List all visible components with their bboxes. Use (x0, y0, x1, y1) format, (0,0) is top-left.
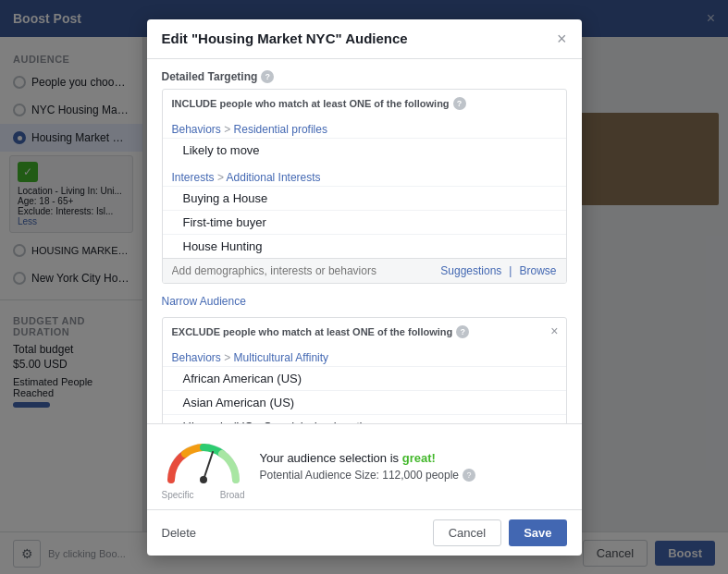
modal-title: Edit "Housing Market NYC" Audience (162, 31, 408, 46)
specific-label: Specific (162, 490, 194, 500)
modal-actions-right: Cancel Save (433, 519, 567, 546)
detailed-targeting-help-icon[interactable]: ? (261, 70, 274, 83)
behaviors-residential-link[interactable]: Behaviors > Residential profiles (163, 117, 566, 138)
hispanic-row: Hispanic (US - Spanish dominant) (163, 414, 566, 423)
first-time-buyer-row: First-time buyer (163, 210, 566, 234)
include-box-header: INCLUDE people who match at least ONE of… (163, 90, 566, 117)
suggestions-browse-links: Suggestions | Browse (440, 264, 556, 277)
behaviors-multicultural-link[interactable]: Behaviors > Multicultural Affinity (163, 346, 566, 366)
include-box: INCLUDE people who match at least ONE of… (162, 89, 567, 284)
modal-header: Edit "Housing Market NYC" Audience × (147, 19, 582, 59)
modal-footer-gauge: Specific Broad Your audience selection i… (147, 423, 582, 509)
asian-american-row: Asian American (US) (163, 390, 566, 414)
modal-body: Detailed Targeting ? INCLUDE people who … (147, 59, 582, 423)
cancel-button[interactable]: Cancel (433, 519, 501, 546)
svg-line-10 (204, 452, 213, 480)
modal-action-bar: Delete Cancel Save (147, 509, 582, 556)
exclude-help-icon[interactable]: ? (456, 325, 469, 338)
arrow-icon3: > (224, 351, 233, 364)
audience-size-help-icon[interactable]: ? (463, 469, 475, 482)
browse-link[interactable]: Browse (519, 264, 556, 277)
add-demographics-row: Suggestions | Browse (163, 258, 566, 283)
exclude-box: EXCLUDE people who match at least ONE of… (162, 317, 567, 423)
audience-size-text: Potential Audience Size: 112,000 people … (260, 469, 567, 482)
arrow-icon: > (224, 123, 233, 136)
audience-selection-text: Your audience selection is great! (260, 451, 567, 465)
likely-to-move-row: Likely to move (163, 138, 566, 162)
suggestions-link[interactable]: Suggestions (440, 264, 501, 277)
save-button[interactable]: Save (509, 519, 566, 546)
add-demographics-input[interactable] (172, 264, 441, 277)
detailed-targeting-label: Detailed Targeting ? (162, 70, 567, 83)
audience-info: Your audience selection is great! Potent… (260, 451, 567, 482)
gauge-labels: Specific Broad (162, 490, 245, 500)
modal-close-button[interactable]: × (557, 31, 567, 47)
svg-point-11 (200, 476, 207, 483)
interests-additional-link[interactable]: Interests > Additional Interests (163, 165, 566, 186)
house-hunting-row: House Hunting (163, 234, 566, 258)
narrow-audience-link[interactable]: Narrow Audience (162, 291, 567, 311)
broad-label: Broad (220, 490, 245, 500)
arrow-icon2: > (217, 171, 227, 184)
exclude-close-button[interactable]: × (550, 324, 558, 338)
gauge-svg (162, 434, 245, 484)
delete-button[interactable]: Delete (162, 526, 197, 540)
include-help-icon[interactable]: ? (453, 97, 466, 110)
modal-dialog: Edit "Housing Market NYC" Audience × Det… (147, 19, 582, 556)
gauge-container: Specific Broad (162, 434, 245, 500)
african-american-row: African American (US) (163, 366, 566, 390)
exclude-box-header: EXCLUDE people who match at least ONE of… (163, 318, 566, 346)
buying-house-row: Buying a House (163, 186, 566, 210)
modal-overlay: Edit "Housing Market NYC" Audience × Det… (0, 0, 728, 574)
